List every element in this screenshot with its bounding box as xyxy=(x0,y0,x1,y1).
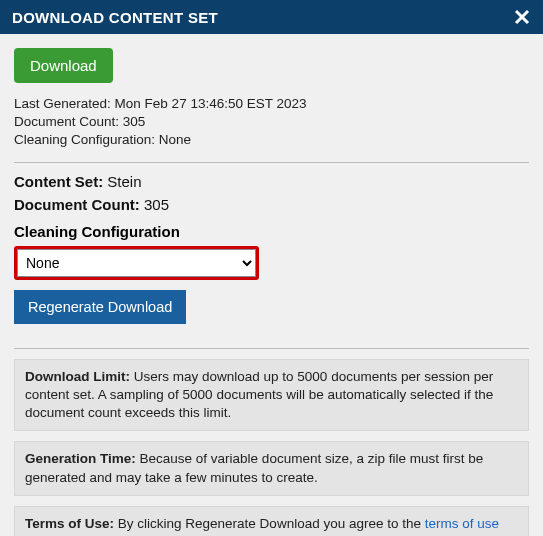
meta-cleaning-label: Cleaning Configuration: xyxy=(14,132,155,147)
last-generated-row: Last Generated: Mon Feb 27 13:46:50 EST … xyxy=(14,95,529,113)
content-set-label: Content Set: xyxy=(14,173,103,190)
modal-header: DOWNLOAD CONTENT SET xyxy=(0,0,543,34)
divider-2 xyxy=(14,348,529,349)
terms-of-use-title: Terms of Use: xyxy=(25,516,114,531)
meta-cleaning-value: None xyxy=(159,132,191,147)
terms-of-use-link[interactable]: terms of use xyxy=(425,516,499,531)
modal-body: Download Last Generated: Mon Feb 27 13:4… xyxy=(0,34,543,536)
doc-count-value: 305 xyxy=(144,196,169,213)
close-icon[interactable] xyxy=(513,8,531,26)
content-set-value: Stein xyxy=(107,173,141,190)
modal-title: DOWNLOAD CONTENT SET xyxy=(12,9,218,26)
generation-time-title: Generation Time: xyxy=(25,451,136,466)
download-button[interactable]: Download xyxy=(14,48,113,83)
cleaning-config-select[interactable]: None xyxy=(17,249,256,277)
generation-time-notice: Generation Time: Because of variable doc… xyxy=(14,441,529,495)
download-limit-notice: Download Limit: Users may download up to… xyxy=(14,359,529,432)
terms-of-use-notice: Terms of Use: By clicking Regenerate Dow… xyxy=(14,506,529,536)
content-set-row: Content Set: Stein xyxy=(14,173,529,190)
download-limit-title: Download Limit: xyxy=(25,369,130,384)
meta-cleaning-row: Cleaning Configuration: None xyxy=(14,131,529,149)
doc-count-label: Document Count: xyxy=(14,196,140,213)
doc-count-row: Document Count: 305 xyxy=(14,196,529,213)
divider xyxy=(14,162,529,163)
cleaning-config-highlight: None xyxy=(14,246,259,280)
generation-meta: Last Generated: Mon Feb 27 13:46:50 EST … xyxy=(14,95,529,150)
cleaning-config-label: Cleaning Configuration xyxy=(14,223,529,240)
regenerate-download-button[interactable]: Regenerate Download xyxy=(14,290,186,324)
last-generated-label: Last Generated: xyxy=(14,96,111,111)
terms-of-use-pre: By clicking Regenerate Download you agre… xyxy=(118,516,425,531)
meta-doc-count-label: Document Count: xyxy=(14,114,119,129)
download-content-set-modal: DOWNLOAD CONTENT SET Download Last Gener… xyxy=(0,0,543,536)
meta-doc-count-row: Document Count: 305 xyxy=(14,113,529,131)
meta-doc-count-value: 305 xyxy=(123,114,146,129)
last-generated-value: Mon Feb 27 13:46:50 EST 2023 xyxy=(115,96,307,111)
